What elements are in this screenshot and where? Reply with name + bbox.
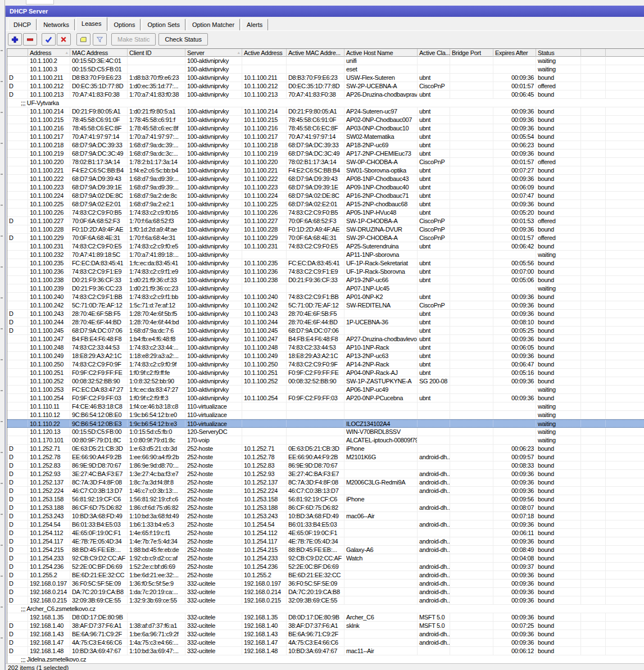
lease-row[interactable]: 10.1.100.24074:83:C2:C9:F1:BB1:74:83:c2:… (7, 293, 644, 301)
column-header-status[interactable]: Status (536, 49, 581, 57)
lease-row[interactable]: 10.1.100.23174:83:C2:C9:F0:E51:74:83:c2:… (7, 242, 644, 251)
filter-button[interactable] (93, 33, 107, 46)
lease-row[interactable]: D192.168.1.4810:BD:3A:69:47:671:10:bd:3a… (7, 647, 644, 655)
lease-row[interactable]: D10.1.252.78EE:66:90:A4:F9:2B1:ee:66:90:… (7, 453, 644, 461)
column-header-mac-address[interactable]: MAC Address (70, 49, 128, 57)
lease-row[interactable]: 10.1.110.11F4:CE:46:B3:18:C81:f4:ce:46:b… (7, 402, 644, 411)
lease-row[interactable]: 10.1.100.25074:83:C2:C9:F0:9F1:74:83:c2:… (7, 360, 644, 369)
lease-row[interactable]: 10.1.100.2425C:71:0D:7E:AF:121:5c:71:d:7… (7, 301, 644, 310)
make-static-button[interactable]: Make Static (111, 33, 156, 46)
lease-row[interactable]: 10.1.100.22368:D7:9A:D9:39:1E1:68:d7:9a:… (7, 183, 644, 192)
lease-row[interactable]: D10.1.100.21370:A7:41:83:F0:381:70:a7:41… (7, 90, 644, 99)
lease-row[interactable]: D10.1.100.22770:0F:6A:68:52:F31:70:f:6a:… (7, 217, 644, 225)
column-header-address[interactable]: Address▲ (28, 49, 70, 57)
tab-option-sets[interactable]: Option Sets (142, 19, 185, 30)
lease-row[interactable]: D192.168.0.21532:09:3B:69:CE:551:32:9:3b… (7, 596, 644, 605)
lease-row[interactable]: 10.1.100.251F0:9F:C2:F9:FF:FE1:f0:9f:c2:… (7, 369, 644, 377)
lease-row[interactable]: D10.1.253.18886:CF:6D:75:D6:821:86:cf:6d… (7, 504, 644, 512)
lease-row[interactable]: 10.1.100.24918:E8:29:A3:A2:1C1:18:e8:29:… (7, 352, 644, 360)
lease-row[interactable]: 10.1.100.300:15:5D:C5:FB:01100-aktivnipr… (7, 65, 644, 74)
lease-row[interactable]: 10.1.100.22674:83:C2:C9:F0:B51:74:83:c2:… (7, 209, 644, 217)
lease-row[interactable]: D10.1.100.24428:70:4E:6F:44:BD1:28:70:4e… (7, 318, 644, 327)
lease-row[interactable]: D10.1.100.212D0:EC:35:1D:77:8D1:d0:ec:35… (7, 82, 644, 90)
lease-row[interactable]: D10.1.252.8386:9E:9D:D8:70:671:86:9e:9d:… (7, 461, 644, 470)
check-status-button[interactable]: Check Status (158, 33, 207, 46)
lease-row[interactable]: D10.1.253.24310:BD:3A:68:FD:491:10:bd:3a… (7, 512, 644, 520)
lease-row-selected[interactable]: 10.1.110.229C:B6:54:12:0B:E31:9c:b6:54:1… (7, 419, 644, 428)
lease-row[interactable]: 10.1.100.228F0:1D:2D:A9:4F:AE1:f0:1d:2d:… (7, 225, 644, 234)
tab-option-matcher[interactable]: Option Matcher (187, 19, 240, 30)
comment-row[interactable]: ;;; UF-Vytvarka (7, 99, 644, 107)
tab-dhcp[interactable]: DHCP (8, 19, 37, 30)
comment-row[interactable]: ;;; Archer_C6.zsmetelkovo.cz (7, 605, 644, 613)
lease-row[interactable]: 10.1.100.22468:D7:9A:02:DE:8C1:68:d7:9a:… (7, 192, 644, 200)
lease-row[interactable]: D192.168.1.474A:75:C3:E4:66:C61:4a:75:c3… (7, 639, 644, 647)
lease-row[interactable]: 10.1.100.23674:83:C2:C9:F1:E91:74:83:c2:… (7, 268, 644, 276)
lease-row[interactable]: 10.1.110.129C:B6:54:12:0B:E01:9c:b6:54:1… (7, 411, 644, 419)
lease-row[interactable]: D10.1.252.1378C:7A:3D:F4:8F:081:8c:7a:3d… (7, 478, 644, 487)
column-header-expires-after[interactable]: Expires After (493, 49, 536, 57)
lease-row[interactable]: 10.1.100.214D0:21:F9:80:05:A11:d0:21:f9:… (7, 107, 644, 116)
lease-row[interactable]: D192.168.1.4038:AF:D7:37:F6:A11:38:af:d7… (7, 622, 644, 630)
comment-button[interactable] (76, 33, 90, 46)
lease-row[interactable]: D10.1.254.23392:CB:C9:D2:CC:AF1:92:cb:c9… (7, 554, 644, 563)
window-titlebar[interactable]: DHCP Server (6, 6, 644, 17)
lease-row[interactable]: D10.1.255.2BE:6D:21:EE:32:CC1:be:6d:21:e… (7, 571, 644, 580)
lease-row[interactable]: 10.1.100.22568:D7:9A:02:E2:011:68:d7:9a:… (7, 200, 644, 209)
lease-row[interactable]: D10.1.254.54B6:01:33:B4:E5:031:b6:1:33:b… (7, 520, 644, 529)
column-header-bridge-port[interactable]: Bridge Port (450, 49, 493, 57)
lease-row[interactable]: 10.1.100.22078:02:B1:17:3A:141:78:2:b1:1… (7, 158, 644, 166)
column-header-active-address[interactable]: Active Address (242, 49, 287, 57)
lease-row[interactable]: 10.1.100.239D0:21:F9:36:CC:231:d0:21:f9:… (7, 284, 644, 293)
lease-row[interactable]: D10.1.254.21588:BD:45:FE:EB:...1:88:bd:4… (7, 546, 644, 554)
lease-row[interactable]: D10.1.254.1174E:7B:7E:05:4D:341:4e:7b:7e… (7, 537, 644, 546)
lease-row[interactable]: D192.168.0.214DA:7C:20:19:CA:B81:da:7c:2… (7, 588, 644, 596)
column-header-active-cla[interactable]: Active Cla... (418, 49, 450, 57)
lease-row[interactable]: 10.1.120.1300:15:5D:C5:FB:001:0:15:5d:c5… (7, 428, 644, 436)
lease-row[interactable]: 10.1.100.21770:A7:41:97:97:141:70:a7:41:… (7, 133, 644, 141)
lease-row[interactable]: D10.1.253.15856:81:92:19:CF:C61:56:81:92… (7, 495, 644, 504)
lease-row[interactable]: 10.1.100.200:15:5D:3E:4C:01100-aktivnipr… (7, 57, 644, 65)
comment-row[interactable]: ;;; Jidelna.zsmetelkovo.cz (7, 655, 644, 663)
lease-row[interactable]: 10.1.100.221F4:E2:C6:5C:BB:B41:f4:e2:c6:… (7, 166, 644, 175)
tab-networks[interactable]: Networks (38, 19, 75, 30)
lease-row[interactable]: 10.1.100.25200:08:32:52:BB:901:0:8:32:52… (7, 377, 644, 386)
lease-row[interactable]: 10.1.100.238D0:21:F9:36:CF:331:d0:21:f9:… (7, 276, 644, 284)
lease-row[interactable]: D10.1.252.933E:27:4C:BA:F3:E71:3e:27:4c:… (7, 470, 644, 478)
lease-row[interactable]: 10.1.100.22268:D7:9A:D9:39:431:68:d7:9a:… (7, 175, 644, 183)
column-header-active-host-name[interactable]: Active Host Name (344, 49, 418, 57)
lease-row[interactable]: D10.1.100.211D8:B3:70:F9:E6:231:d8:b3:70… (7, 74, 644, 82)
tab-leases[interactable]: Leases (76, 17, 107, 31)
column-header-client-id[interactable]: Client ID (128, 49, 185, 57)
enable-button[interactable] (42, 33, 56, 46)
lease-row[interactable]: D10.1.100.22970:0F:6A:68:4E:311:70:f:6a:… (7, 234, 644, 242)
lease-row[interactable]: 10.1.100.253FC:EC:DA:83:47:271:fc:ec:da:… (7, 386, 644, 394)
lease-row[interactable]: 192.168.1.35D8:0D:17:DE:80:9B332-ucitele… (7, 613, 644, 622)
lease-row[interactable]: D192.168.1.43BE:6A:96:71:C9:2F1:be:6a:96… (7, 630, 644, 639)
lease-row[interactable]: D10.1.252.22446:C7:C0:3B:13:D71:46:c7:c0… (7, 487, 644, 495)
lease-row[interactable]: 10.1.100.235FC:EC:DA:83:45:411:fc:ec:da:… (7, 259, 644, 268)
lease-row[interactable]: D10.1.100.24328:70:4E:6F:5B:F51:28:70:4e… (7, 310, 644, 318)
lease-row[interactable]: 10.1.100.21578:45:58:C6:91:0F1:78:45:58:… (7, 116, 644, 124)
tab-options[interactable]: Options (108, 19, 141, 30)
lease-row[interactable]: D10.1.252.710E:63:D5:21:CB:3D1:e:63:d5:2… (7, 445, 644, 453)
lease-row[interactable]: 10.1.100.24874:83:C2:33:44:531:74:83:c2:… (7, 343, 644, 352)
lease-row[interactable]: D192.168.0.19736:F0:5C:5F:5E:091:36:f0:5… (7, 580, 644, 588)
lease-row[interactable]: D10.1.254.1124E:65:0F:19:0C:F11:4e:65:f:… (7, 529, 644, 537)
tab-alerts[interactable]: Alerts (241, 19, 268, 30)
lease-row[interactable]: 10.1.100.247B4:FB:E4:F6:48:F81:b4:fb:e4:… (7, 335, 644, 343)
lease-row[interactable]: 10.1.100.21678:45:58:C6:EC:8F1:78:45:58:… (7, 124, 644, 133)
column-header-server[interactable]: Server▲ (185, 49, 242, 57)
lease-row[interactable]: 10.1.100.254F0:9F:C2:F9:FF:031:f0:9f:c2:… (7, 394, 644, 402)
lease-row[interactable]: 10.1.170.10100:80:9F:79:D1:8C1:0:80:9f:7… (7, 436, 644, 445)
column-header-active-mac-addre[interactable]: Active MAC Addre... (287, 49, 344, 57)
disable-button[interactable] (57, 33, 71, 46)
lease-row[interactable]: D10.1.254.23652:2E:0C:BF:D6:691:52:2e:c:… (7, 563, 644, 571)
add-button[interactable] (8, 33, 22, 46)
column-header-flag[interactable] (7, 49, 28, 57)
lease-row[interactable]: 10.1.100.23270:A7:41:89:18:5C1:70:a7:41:… (7, 251, 644, 259)
lease-row[interactable]: 10.1.100.21968:D7:9A:DC:3C:491:68:d7:9a:… (7, 150, 644, 158)
lease-row[interactable]: D10.1.100.24568:D7:9A:DC:07:061:68:d7:9a… (7, 327, 644, 335)
remove-button[interactable] (23, 33, 37, 46)
lease-row[interactable]: 10.1.100.21868:D7:9A:DC:39:331:68:d7:9a:… (7, 141, 644, 150)
